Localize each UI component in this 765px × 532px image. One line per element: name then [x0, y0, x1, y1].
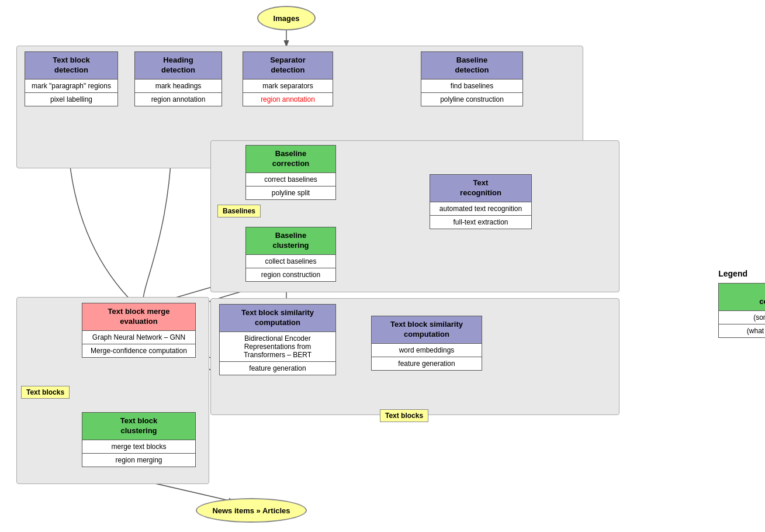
baselines-badge: Baselines [217, 205, 261, 217]
baseline-correction: Baselinecorrection correct baselines pol… [245, 145, 336, 200]
text-block-merge-eval: Text block mergeevaluation Graph Neural … [82, 303, 196, 358]
baseline-detection: Baselinedetection find baselines polylin… [421, 51, 523, 106]
legend-nonml: Non-MLcomponent (some comment) (what it … [718, 283, 765, 338]
text-blocks-badge2: Text blocks [380, 409, 428, 422]
legend: Legend Machine Learningcomponent (some c… [718, 269, 747, 283]
images-oval: Images [257, 6, 316, 30]
legend-title: Legend [718, 269, 747, 278]
baseline-clustering: Baselineclustering collect baselines reg… [245, 227, 336, 282]
text-blocks-badge1: Text blocks [21, 386, 70, 399]
text-block-detection: Text blockdetection mark "paragraph" reg… [25, 51, 118, 106]
text-block-similarity-bert: Text block similaritycomputation Bidirec… [219, 304, 336, 375]
news-oval: News items » Articles [196, 498, 307, 523]
text-block-clustering: Text blockclustering merge text blocks r… [82, 412, 196, 467]
text-recognition: Textrecognition automated text recogniti… [430, 174, 532, 229]
separator-detection: Separatordetection mark separators regio… [243, 51, 333, 106]
heading-detection: Headingdetection mark headings region an… [134, 51, 222, 106]
diagram-container: Images Text blockdetection mark "paragra… [0, 0, 765, 532]
text-block-similarity-word: Text block similaritycomputation word em… [371, 316, 482, 371]
